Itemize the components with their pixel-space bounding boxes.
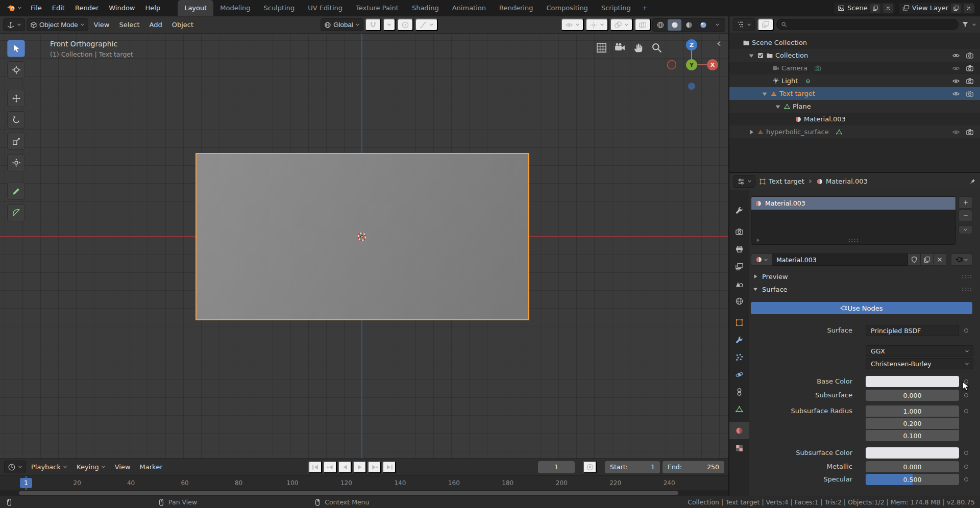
outliner-row-hyperbolic-surface[interactable]: hyperbolic_surface — [729, 125, 980, 138]
browse-material-button[interactable] — [751, 253, 772, 266]
sidebar-toggle-icon[interactable] — [716, 40, 722, 47]
breadcrumb-material[interactable]: Material.003 — [816, 177, 868, 185]
filter-funnel-icon[interactable] — [961, 20, 969, 29]
specular-slider[interactable]: 0.500 — [866, 474, 959, 485]
playhead-frame-badge[interactable]: 1 — [20, 478, 32, 488]
base-color-swatch[interactable] — [866, 376, 959, 387]
subsurface-radius-g[interactable]: 0.200 — [866, 418, 959, 429]
tab-scene[interactable] — [729, 275, 749, 292]
disclosure-down-icon[interactable] — [748, 52, 755, 59]
snap-toggle[interactable] — [365, 18, 381, 31]
prev-keyframe-button[interactable] — [323, 461, 337, 473]
outliner-row-material-003[interactable]: Material.003 — [729, 113, 980, 125]
checkbox-icon[interactable] — [757, 52, 764, 59]
transform-orientation-selector[interactable]: Global — [321, 18, 363, 31]
shading-solid-button[interactable] — [668, 19, 681, 31]
snap-settings-dropdown[interactable] — [383, 18, 396, 31]
outliner-search[interactable] — [776, 19, 959, 30]
fake-user-button[interactable] — [908, 253, 921, 266]
menu-marker[interactable]: Marker — [136, 463, 167, 471]
outliner-row-plane[interactable]: Plane — [729, 100, 980, 113]
outliner-row-light[interactable]: Light — [729, 74, 980, 87]
shading-dropdown[interactable] — [710, 19, 724, 31]
new-view-layer-button[interactable] — [951, 4, 961, 13]
workspace-tab-sculpting[interactable]: Sculpting — [257, 0, 301, 16]
cursor-tool[interactable] — [7, 61, 25, 79]
workspace-tab-uv-editing[interactable]: UV Editing — [301, 0, 349, 16]
menu-file[interactable]: File — [26, 0, 47, 16]
surface-shader-field[interactable]: Principled BSDF — [866, 325, 959, 336]
camera-restrict-icon[interactable] — [966, 64, 974, 72]
transform-tool[interactable] — [7, 154, 25, 171]
shading-material-button[interactable] — [682, 19, 696, 31]
decorator-dot[interactable] — [959, 390, 973, 401]
measure-tool[interactable] — [7, 204, 25, 221]
camera-restrict-icon[interactable] — [966, 52, 974, 60]
show-overlays-toggle[interactable] — [610, 18, 633, 31]
timeline-scrollbar[interactable] — [19, 491, 678, 495]
panel-drag-grip[interactable] — [961, 287, 972, 292]
menu-timeline-view[interactable]: View — [111, 463, 135, 471]
workspace-tab-scripting[interactable]: Scripting — [595, 0, 638, 16]
remove-slot-button[interactable] — [959, 210, 972, 222]
decorator-dot[interactable] — [959, 405, 973, 417]
pan-hand-icon[interactable] — [632, 42, 644, 54]
end-frame-field[interactable]: End: 250 — [663, 461, 724, 473]
jump-to-end-button[interactable] — [382, 461, 396, 473]
outliner-row-scene-collection[interactable]: Scene Collection — [729, 36, 980, 49]
subsurface-radius-r[interactable]: 1.000 — [866, 405, 959, 417]
mode-selector[interactable]: Object Mode — [27, 18, 88, 31]
search-input[interactable] — [790, 21, 954, 29]
outliner-row-text-target[interactable]: Text target — [729, 87, 980, 100]
tab-tool[interactable] — [729, 201, 749, 219]
tab-material[interactable] — [729, 422, 749, 439]
box-select-tool[interactable] — [7, 40, 25, 57]
remove-view-layer-button[interactable] — [964, 4, 974, 13]
menu-select[interactable]: Select — [115, 21, 143, 29]
pin-icon[interactable] — [969, 178, 976, 185]
unlink-material-button[interactable] — [934, 253, 946, 266]
play-reverse-button[interactable] — [338, 461, 352, 473]
tab-constraints[interactable] — [729, 383, 749, 400]
use-nodes-button[interactable]: Use Nodes — [751, 302, 972, 314]
decorator-dot[interactable] — [959, 474, 973, 485]
rotate-tool[interactable] — [7, 111, 25, 129]
shading-wireframe-button[interactable] — [653, 19, 667, 31]
camera-restrict-icon[interactable] — [966, 90, 974, 98]
disclosure-right-icon[interactable] — [748, 129, 755, 136]
annotate-tool[interactable] — [7, 183, 25, 200]
workspace-tab-animation[interactable]: Animation — [446, 0, 493, 16]
workspace-tab-shading[interactable]: Shading — [405, 0, 446, 16]
start-frame-field[interactable]: Start: 1 — [605, 461, 660, 473]
toggle-perspective-grid-icon[interactable] — [596, 42, 607, 54]
timeline-ruler[interactable]: 20 40 60 80 100 120 140 160 180 200 220 … — [0, 475, 728, 491]
proportional-falloff-dropdown[interactable] — [415, 18, 438, 31]
decorator-dot[interactable] — [959, 447, 973, 459]
tab-world[interactable] — [729, 292, 749, 310]
list-resize-grip[interactable] — [848, 238, 859, 243]
subsurface-field[interactable]: 0.000 — [866, 390, 959, 401]
auto-keying-button[interactable] — [583, 461, 597, 473]
eye-icon[interactable] — [952, 52, 960, 60]
jump-to-start-button[interactable] — [308, 461, 322, 473]
tab-modifiers[interactable] — [729, 331, 749, 348]
camera-restrict-icon[interactable] — [966, 77, 974, 85]
breadcrumb-object[interactable]: Text target — [759, 177, 804, 185]
shading-rendered-button[interactable] — [696, 19, 710, 31]
outliner-editor-type-button[interactable] — [733, 18, 755, 31]
material-slot-list[interactable]: Material.003 — [751, 196, 956, 245]
tab-texture[interactable] — [729, 439, 749, 456]
menu-view[interactable]: View — [90, 21, 114, 29]
move-tool[interactable] — [7, 90, 25, 107]
tab-object[interactable] — [729, 314, 749, 331]
scale-tool[interactable] — [7, 133, 25, 150]
tab-view-layer[interactable] — [729, 258, 749, 275]
outliner-row-collection[interactable]: Collection — [729, 49, 980, 62]
tab-object-data[interactable] — [729, 400, 749, 418]
menu-window[interactable]: Window — [104, 0, 140, 16]
tab-physics[interactable] — [729, 366, 749, 383]
eye-icon[interactable] — [952, 77, 960, 85]
view-layer-selector[interactable]: View Layer — [898, 2, 976, 14]
chevron-down-icon[interactable] — [972, 22, 976, 27]
add-slot-button[interactable] — [959, 196, 972, 209]
